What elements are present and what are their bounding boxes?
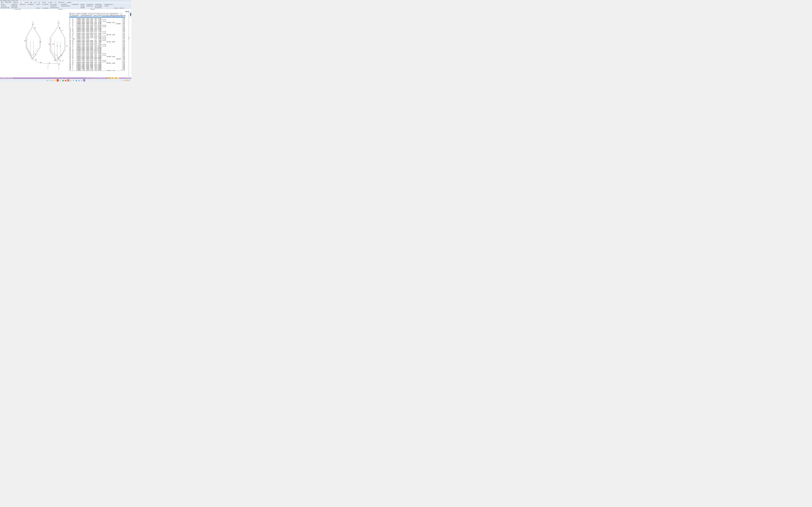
start-icon[interactable]: ⊞	[46, 79, 48, 81]
right-tabs: 工具箱数据绑定明细数据源	[130, 11, 131, 15]
menu-0[interactable]: 绘图	[0, 2, 4, 3]
ribbon-item[interactable]: 实时读取监控数据	[104, 3, 113, 5]
node-label: 12	[61, 54, 62, 56]
ribbon-item[interactable]: 法调节仿真	[0, 5, 10, 7]
col-header[interactable]: 序号	[69, 15, 72, 16]
ribbon-item[interactable]: 角联巷道	[80, 3, 85, 5]
col-header[interactable]: 优化风量	[97, 15, 102, 16]
ribbon-group-4: 风流温度仿真角联巷道风压仿真风速预警回路自然风压通路自然风压实时网络解算查询无效…	[71, 3, 114, 9]
menu-7[interactable]: 修改	[37, 2, 41, 3]
col-header[interactable]: 巷道名称	[72, 15, 76, 16]
ribbon-item[interactable]: 监控风流仿真	[95, 7, 103, 8]
ribbon-item[interactable]: 风机风网特性	[60, 3, 71, 5]
ribbon-item[interactable]: 风机联合运转计算	[50, 7, 59, 8]
ribbon-item[interactable]: 节点压能计算	[19, 3, 27, 5]
search-icon[interactable]: 🔍	[49, 79, 51, 81]
app6-icon[interactable]: ▦	[75, 79, 77, 81]
taskbar[interactable]: ⊞ 🔍 ▭ 📁 PDF ◎ ⬤ ⬤ W ✚ ☘ ▦ ▤ ⚙ ▧ ㅅ ☁ 英 📶 …	[0, 79, 131, 82]
app7-icon[interactable]: ▤	[78, 79, 80, 81]
edge-icon[interactable]: ◎	[59, 79, 61, 81]
ribbon-item[interactable]: 回路区域调节仿真	[0, 7, 10, 8]
node-label: 1	[30, 41, 31, 43]
vertical-scrollbar[interactable]	[128, 10, 130, 77]
right-tab-2[interactable]: 数据源	[130, 14, 131, 15]
node-label: 14	[48, 43, 50, 45]
pdf-icon[interactable]: PDF	[57, 79, 59, 81]
app8-icon[interactable]: ⚙	[80, 79, 83, 81]
menu-4[interactable]: 火灾仿真	[23, 2, 30, 3]
system-tray[interactable]: ㅅ ☁ 英 📶 🔊	[121, 79, 131, 81]
ribbon-item[interactable]: 风机仿真操作	[50, 5, 59, 7]
ribbon-item[interactable]: 计算风机转速或频率	[60, 5, 71, 7]
col-header[interactable]: 风阻	[76, 15, 81, 16]
tray-lang[interactable]: 英	[125, 79, 126, 81]
ribbon-item[interactable]: 控制风量	[104, 5, 113, 7]
node-label: 19	[40, 61, 41, 63]
scrollbar-thumb[interactable]	[128, 37, 129, 40]
panel-titlebar[interactable]: ▦ 智能方案、巷道风量、构筑物参数、动力装置工况--****计算成功,迭代次数：…	[69, 13, 122, 15]
ribbon-label: 节点压能仿真	[42, 7, 49, 9]
menu-1[interactable]: 通风阻力测定	[4, 2, 12, 3]
resize-handle[interactable]	[120, 69, 122, 71]
ribbon-item[interactable]: 风机通路调节	[28, 3, 35, 5]
ribbon-item[interactable]: ?与仿真	[0, 3, 10, 5]
ribbon-group-0: ?与仿真法调节仿真回路区域调节仿真智能调风方案通风网络优化优化调节位置节点压能计…	[0, 3, 35, 9]
tray-cloud-icon[interactable]: ☁	[123, 80, 124, 81]
ribbon-item[interactable]: 回路自然风压	[86, 3, 94, 5]
taskview-icon[interactable]: ▭	[51, 79, 53, 81]
menu-3[interactable]: 仿真	[19, 2, 23, 3]
table-row[interactable]: 4110.0000001.77000.00001.77009.0015.9300…	[69, 70, 125, 71]
ribbon-item[interactable]: 查询无效监测值	[95, 5, 103, 7]
col-header[interactable]: 断面积	[94, 15, 97, 16]
explorer-icon[interactable]: 📁	[54, 79, 56, 81]
col-header[interactable]: 增加阻力/Pa	[106, 15, 111, 16]
right-tab-0[interactable]: 工具箱	[130, 11, 131, 12]
property-panel-tab[interactable]: 属性表	[125, 11, 130, 12]
tray-wifi-icon[interactable]: 📶	[126, 80, 128, 81]
title-bar: Net - [通风网络调风输入可调节性.mv]	[0, 0, 131, 2]
app1-icon[interactable]: ⬤	[62, 79, 64, 81]
menu-11[interactable]: 通风系统子网	[57, 2, 65, 3]
ribbon-item[interactable]: 风速预警	[80, 7, 85, 8]
node-label: 25	[54, 59, 55, 61]
menu-5[interactable]: 视图	[30, 2, 33, 3]
ribbon-item[interactable]: 风压仿真	[80, 5, 85, 7]
menu-10[interactable]: 工具	[53, 2, 57, 3]
app4-icon[interactable]: ✚	[70, 79, 72, 81]
menu-8[interactable]: 系统分析	[41, 2, 47, 3]
col-header[interactable]: 可调节性	[102, 15, 106, 16]
ribbon-item[interactable]: 通风网络优化	[11, 5, 18, 7]
ribbon-item[interactable]: 优化调节位置	[11, 7, 18, 8]
network-diagram[interactable]: 6524181723122214163415211213202510111989…	[22, 17, 70, 74]
col-header[interactable]: 风窗面积	[111, 15, 115, 16]
ribbon-item[interactable]: 风机反向仿真	[50, 3, 59, 5]
results-table[interactable]: 序号巷道名称风阻最低限速最高限速风速断面积优化风量可调节性增加阻力/Pa风窗面积…	[69, 15, 125, 71]
menu-9[interactable]: 元件参数	[47, 2, 53, 3]
menu-12[interactable]: 云仿真服务	[65, 2, 72, 3]
ribbon-item[interactable]: 智能调风方案	[11, 3, 18, 5]
tray-up-icon[interactable]: ㅅ	[121, 79, 122, 81]
col-header[interactable]: 最低限速	[81, 15, 85, 16]
app2-icon[interactable]: ⬤	[65, 79, 67, 81]
col-header[interactable]: 固定风量	[121, 15, 125, 16]
node-label: 10	[59, 59, 61, 61]
menu-2[interactable]: 需风量计算	[12, 2, 19, 3]
app5-icon[interactable]: ☘	[72, 79, 75, 81]
ribbon-item[interactable]: 实时网络解算	[95, 3, 103, 5]
right-tab-1[interactable]: 数据绑定明细	[130, 13, 131, 14]
ribbon: ?与仿真法调节仿真回路区域调节仿真智能调风方案通风网络优化优化调节位置节点压能计…	[0, 3, 131, 9]
menu-6[interactable]: 设置	[33, 2, 37, 3]
col-header[interactable]: 风速	[90, 15, 94, 16]
ribbon-item[interactable]: 风流温度仿真	[72, 3, 79, 5]
ribbon-item[interactable]: 通路自然风压	[86, 5, 94, 7]
col-header[interactable]: 装置静压/Pa	[115, 15, 121, 16]
app3-icon[interactable]: W	[67, 79, 69, 81]
ribbon-item[interactable]: 智能优化	[36, 3, 41, 5]
tray-sound-icon[interactable]: 🔊	[129, 80, 130, 81]
status-name: 贾慧麟（博士、教授）；	[107, 77, 119, 79]
col-header[interactable]: 最高限速	[85, 15, 89, 16]
ribbon-item[interactable]: 节点压能仿真	[42, 3, 49, 5]
app9-icon[interactable]: ▧	[83, 79, 85, 81]
close-icon[interactable]: ✕	[120, 13, 122, 14]
node-label: 18	[59, 27, 60, 29]
